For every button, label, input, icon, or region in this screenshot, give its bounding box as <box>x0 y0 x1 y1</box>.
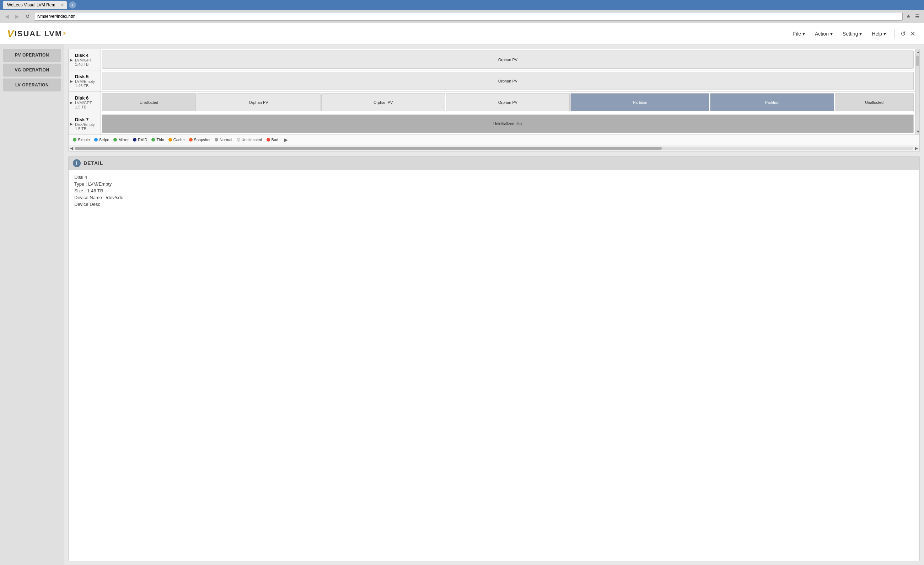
disk-4-type: LVM/GPT <box>75 58 98 62</box>
disk-5-type: LVM/Empty <box>75 79 98 84</box>
disk-5-segments: Orphan PV <box>100 71 915 92</box>
disk-row-6: ▶ Disk 6 LVM/GPT 1.5 TB Unallocted Orpha… <box>69 92 915 113</box>
app-container: V ISUAL LVM ® File ▾ Action ▾ Setting ▾ … <box>0 23 924 565</box>
legend-snapshot: Snapshot <box>189 138 210 142</box>
disk-7-seg-uninit[interactable]: Uninitialized disk <box>102 114 914 133</box>
legend-cache: Cache <box>168 138 185 142</box>
nav-file-btn[interactable]: File ▾ <box>789 29 809 39</box>
disk-4-name: Disk 4 <box>75 53 98 58</box>
simple-label: Simple <box>78 138 90 142</box>
disk-4-segments: Orphan PV <box>100 49 915 70</box>
disk-6-seg-partition1[interactable]: Partition <box>570 93 710 111</box>
disk-6-seg-orphan2[interactable]: Orphan PV <box>321 93 445 111</box>
logo-v: V <box>7 28 14 39</box>
disk-4-label[interactable]: ▶ Disk 4 LVM/GPT 1.46 TB <box>69 49 100 70</box>
vscroll-down-btn[interactable]: ▼ <box>915 129 920 134</box>
hscroll-thumb[interactable] <box>75 147 662 150</box>
legend-unallocated: Unallocated <box>237 138 262 142</box>
detail-title: DETAIL <box>84 160 104 166</box>
simple-dot <box>73 138 76 141</box>
snapshot-dot <box>189 138 193 141</box>
disk-6-size: 1.5 TB <box>75 105 98 109</box>
legend-thin: Thin <box>152 138 164 142</box>
detail-device-desc: Device Desc : <box>74 201 914 207</box>
disk-6-label[interactable]: ▶ Disk 6 LVM/GPT 1.5 TB <box>69 92 100 113</box>
legend-normal: Normal <box>214 138 232 142</box>
logo-dot: ® <box>63 32 65 36</box>
detail-icon-text: i <box>76 160 78 166</box>
main-layout: PV OPERATION VG OPERATION LV OPERATION ▶… <box>0 44 924 565</box>
content-area: ▶ Disk 4 LVM/GPT 1.46 TB Orphan PV <box>64 44 924 565</box>
mirror-label: Mirror <box>118 138 129 142</box>
disk-7-label[interactable]: ▶ Disk 7 Disk/Empty 1.5 TB <box>69 113 100 134</box>
disk-6-seg-partition2[interactable]: Partition <box>710 93 834 111</box>
app-logo: V ISUAL LVM ® <box>7 28 66 39</box>
horizontal-scrollbar: ◀ ▶ <box>69 145 920 152</box>
disk-4-arrow: ▶ <box>70 58 73 62</box>
stripe-label: Stripe <box>99 138 110 142</box>
refresh-btn[interactable]: ↺ <box>24 13 32 20</box>
disk-row-5: ▶ Disk 5 LVM/Empty 1.46 TB Orphan PV <box>69 71 915 92</box>
address-bar[interactable] <box>34 12 903 21</box>
detail-disk-name: Disk 4 <box>74 174 914 180</box>
hscroll-track <box>75 147 914 150</box>
disk-4-size: 1.46 TB <box>75 62 98 66</box>
legend-scroll-btn[interactable]: ▶ <box>284 137 288 143</box>
forward-btn[interactable]: ▶ <box>13 13 21 20</box>
vscroll-up-btn[interactable]: ▲ <box>915 49 920 55</box>
new-tab-btn[interactable]: + <box>69 2 76 9</box>
unallocated-label: Unallocated <box>242 138 262 142</box>
disk-7-type: Disk/Empty <box>75 122 98 126</box>
detail-body: Disk 4 Type : LVM/Empty Size : 1.46 TB D… <box>69 170 920 213</box>
disk-6-seg-orphan1[interactable]: Orphan PV <box>196 93 321 111</box>
disk-7-arrow: ▶ <box>70 122 73 126</box>
disk-5-arrow: ▶ <box>70 79 73 83</box>
disk-6-arrow: ▶ <box>70 100 73 104</box>
pv-operation-btn[interactable]: PV OPERATION <box>3 49 61 62</box>
lv-operation-btn[interactable]: LV OPERATION <box>3 78 61 92</box>
disk-7-segments: Uninitialized disk <box>100 113 915 134</box>
disk-6-seg-unalloc1[interactable]: Unallocted <box>102 93 196 111</box>
browser-toolbar-icons: ★ ☰ <box>905 13 921 20</box>
app-nav: File ▾ Action ▾ Setting ▾ Help ▾ ↺ ✕ <box>789 29 917 39</box>
unallocated-dot <box>237 138 240 141</box>
detail-panel: i DETAIL Disk 4 Type : LVM/Empty Size : … <box>68 156 920 561</box>
back-btn[interactable]: ◀ <box>3 13 11 20</box>
nav-help-btn[interactable]: Help ▾ <box>867 29 890 39</box>
nav-setting-btn[interactable]: Setting ▾ <box>838 29 866 39</box>
nav-action-btn[interactable]: Action ▾ <box>811 29 837 39</box>
browser-controls: ◀ ▶ ↺ ★ ☰ <box>0 10 924 23</box>
vertical-scrollbar[interactable]: ▲ ▼ <box>915 49 920 134</box>
disk-legend: Simple Stripe Mirror RAID <box>69 134 920 145</box>
detail-device-name: Device Name : /dev/sde <box>74 195 914 200</box>
hscroll-right-btn[interactable]: ▶ <box>915 146 918 151</box>
disk-4-seg-orphan[interactable]: Orphan PV <box>102 51 914 69</box>
disk-5-seg-orphan[interactable]: Orphan PV <box>102 72 914 90</box>
bookmark-icon[interactable]: ★ <box>905 13 912 20</box>
disk-panel-scroll[interactable]: ▶ Disk 4 LVM/GPT 1.46 TB Orphan PV <box>69 49 915 134</box>
legend-mirror: Mirror <box>113 138 129 142</box>
cache-dot <box>168 138 172 141</box>
legend-simple: Simple <box>73 138 90 142</box>
menu-icon[interactable]: ☰ <box>914 13 921 20</box>
disk-6-seg-unalloc2[interactable]: Unallocted <box>835 93 914 111</box>
browser-tab[interactable]: WeLees Visual LVM Rem... ✕ <box>3 1 67 9</box>
disk-row-7: ▶ Disk 7 Disk/Empty 1.5 TB Uninitialized… <box>69 113 915 134</box>
app-header: V ISUAL LVM ® File ▾ Action ▾ Setting ▾ … <box>0 23 924 44</box>
disk-5-label[interactable]: ▶ Disk 5 LVM/Empty 1.46 TB <box>69 71 100 92</box>
nav-refresh-btn[interactable]: ↺ <box>899 29 907 39</box>
vg-operation-btn[interactable]: VG OPERATION <box>3 64 61 77</box>
disk-5-name: Disk 5 <box>75 74 98 79</box>
disk-7-name: Disk 7 <box>75 117 98 122</box>
hscroll-left-btn[interactable]: ◀ <box>70 146 73 151</box>
disk-6-seg-orphan3[interactable]: Orphan PV <box>446 93 570 111</box>
tab-close-btn[interactable]: ✕ <box>61 3 64 8</box>
nav-close-btn[interactable]: ✕ <box>909 29 917 39</box>
stripe-dot <box>94 138 98 141</box>
browser-chrome: WeLees Visual LVM Rem... ✕ + ◀ ▶ ↺ ★ ☰ <box>0 0 924 23</box>
cache-label: Cache <box>173 138 185 142</box>
disk-panel: ▶ Disk 4 LVM/GPT 1.46 TB Orphan PV <box>68 49 920 152</box>
vscroll-thumb[interactable] <box>916 56 919 66</box>
normal-label: Normal <box>220 138 232 142</box>
disk-5-size: 1.46 TB <box>75 84 98 88</box>
